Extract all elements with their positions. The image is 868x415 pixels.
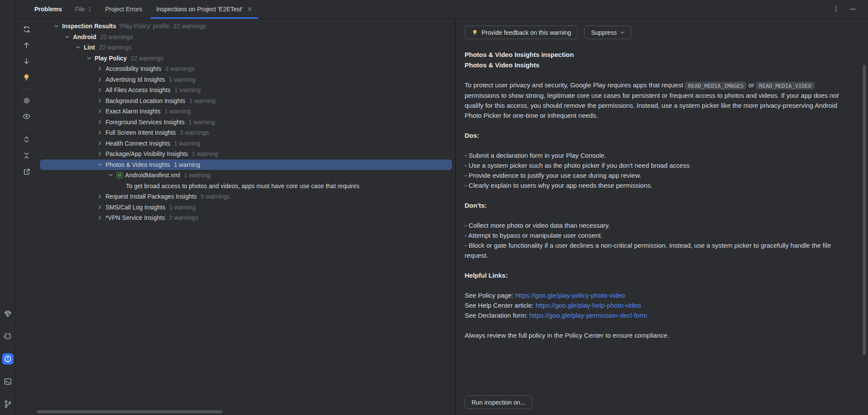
toolbar-separator <box>22 89 31 89</box>
tree-row-count: 1 warning <box>165 108 191 115</box>
horizontal-scrollbar[interactable] <box>37 410 222 413</box>
tree-row-count: 1 warning <box>192 150 218 157</box>
tab-project-errors[interactable]: Project Errors <box>98 0 149 19</box>
tree-row-request-install-packages-insights[interactable]: Request Install Packages Insights 5 warn… <box>40 191 452 202</box>
help-center-link[interactable]: https://goo.gle/play-help-photo-video <box>535 302 641 309</box>
view-options-eye-icon[interactable] <box>20 110 33 123</box>
tree-row-lint[interactable]: Lint 22 warnings <box>40 42 452 53</box>
tree-row-count: 3 warnings <box>165 65 195 72</box>
settings-icon[interactable] <box>20 94 33 106</box>
tree-row-package-app-visibility-insights[interactable]: Package/App Visibility Insights 1 warnin… <box>40 149 452 159</box>
tab-inspections-results[interactable]: Inspections on Project 'E2ETest' <box>149 0 259 19</box>
manifest-file-icon: M <box>116 172 123 179</box>
description-text: or <box>746 81 756 89</box>
next-problem-icon[interactable] <box>20 55 33 67</box>
terminal-icon[interactable] <box>2 376 13 387</box>
more-options-icon[interactable] <box>832 6 839 13</box>
collapse-all-icon[interactable] <box>20 149 33 162</box>
hide-tool-window-icon[interactable] <box>849 5 857 13</box>
chevron-right-icon[interactable] <box>96 88 103 92</box>
tree-row-androidmanifest-xml[interactable]: M AndroidManifest.xml 1 warning <box>40 170 452 181</box>
cat-icon[interactable] <box>2 331 13 342</box>
quick-fix-bulb-icon[interactable] <box>20 71 33 83</box>
declaration-form-link[interactable]: https://goo.gle/play-permission-decl-for… <box>529 312 647 319</box>
tree-row-count: 22 warnings <box>131 55 164 62</box>
tree-row-label: All Files Access Insights <box>106 86 170 93</box>
chevron-down-icon[interactable] <box>107 173 114 177</box>
warning-message-text: To get broad access to photos and videos… <box>126 183 360 189</box>
tree-row-label: Exact Alarm Insights <box>106 108 161 115</box>
gem-icon[interactable] <box>2 308 13 319</box>
problems-icon[interactable] <box>2 353 13 365</box>
tree-row-label: Request Install Packages Insights <box>106 193 197 200</box>
tree-row-foreground-services-insights[interactable]: Foreground Services Insights 1 warning <box>40 117 452 128</box>
tree-row-label: Foreground Services Insights <box>106 119 185 126</box>
chevron-right-icon[interactable] <box>96 216 103 220</box>
chevron-right-icon[interactable] <box>96 194 103 199</box>
chevron-down-icon[interactable] <box>96 163 103 167</box>
chevron-right-icon[interactable] <box>96 99 103 103</box>
link-line: See Declaration form: https://goo.gle/pl… <box>465 310 849 320</box>
provide-feedback-button[interactable]: Provide feedback on this warning <box>465 26 578 39</box>
tree-row-sms-call-log-insights[interactable]: SMS/Call Log Insights 1 warning <box>40 202 452 213</box>
tree-row-accessibility-insights[interactable]: Accessibility Insights 3 warnings <box>40 63 452 74</box>
chevron-right-icon[interactable] <box>96 152 103 156</box>
permission-chip-read-media-video: READ_MEDIA_VIDEO <box>756 82 814 90</box>
close-tab-icon[interactable] <box>247 7 252 12</box>
tree-row-full-screen-intent-insights[interactable]: Full Screen Intent Insights 3 warnings <box>40 127 452 138</box>
chevron-down-icon[interactable] <box>86 56 92 60</box>
chevron-right-icon[interactable] <box>96 109 103 113</box>
expand-all-icon[interactable] <box>20 133 33 146</box>
chevron-down-icon[interactable] <box>53 24 60 28</box>
tree-row-count: 1 warning <box>189 97 216 104</box>
chevron-right-icon[interactable] <box>96 205 103 209</box>
chevron-right-icon[interactable] <box>96 141 103 146</box>
tree-row-count: 1 warning <box>188 119 215 126</box>
policy-page-link[interactable]: https://goo.gle/play-policy-photo-video <box>515 292 625 299</box>
inspection-title: Photos & Video Insights inspection <box>465 50 849 60</box>
chevron-down-icon[interactable] <box>75 45 82 50</box>
tree-row-exact-alarm-insights[interactable]: Exact Alarm Insights 1 warning <box>40 106 452 117</box>
chevron-down-icon[interactable] <box>64 35 71 39</box>
git-branch-icon[interactable] <box>2 398 13 410</box>
run-inspection-button[interactable]: Run inspection on... <box>465 395 532 409</box>
tree-row-label: Lint <box>84 44 95 51</box>
dos-heading: Dos: <box>465 130 849 140</box>
tree-row-all-files-access-insights[interactable]: All Files Access Insights 1 warning <box>40 85 452 96</box>
tree-row-count: 22 warnings <box>99 44 132 51</box>
dos-list: - Submit a declaration form in your Play… <box>465 150 849 190</box>
tree-row-inspection-results[interactable]: Inspection Results 'Play Policy' profile… <box>40 21 452 32</box>
vertical-scrollbar[interactable] <box>863 65 866 355</box>
chevron-right-icon[interactable] <box>96 66 103 71</box>
tree-row-android[interactable]: Android 22 warnings <box>40 32 452 43</box>
tree-row-profile: 'Play Policy' profile <box>119 23 169 30</box>
tree-row-play-policy[interactable]: Play Policy 22 warnings <box>40 53 452 64</box>
rerun-inspection-icon[interactable] <box>20 23 33 35</box>
tree-row-advertising-id-insights[interactable]: Advertising Id Insights 1 warning <box>40 74 452 85</box>
policy-footer-note: Always review the full policy in the Pol… <box>465 330 849 340</box>
inspection-results-tree: Inspection Results 'Play Policy' profile… <box>37 19 455 415</box>
tree-row-vpn-service-insights[interactable]: *VPN Service Insights 2 warnings <box>40 212 452 223</box>
tab-file[interactable]: File 1 <box>68 0 98 19</box>
tree-row-background-location-insights[interactable]: Background Location Insights 1 warning <box>40 96 452 106</box>
previous-problem-icon[interactable] <box>20 39 33 51</box>
chevron-right-icon[interactable] <box>96 120 103 124</box>
inspection-detail-panel: Provide feedback on this warning Suppres… <box>455 19 868 415</box>
chevron-right-icon[interactable] <box>96 130 103 135</box>
chevron-right-icon[interactable] <box>96 77 103 82</box>
donts-heading: Don'ts: <box>465 200 849 210</box>
tree-row-photos-video-insights[interactable]: Photos & Video Insights 1 warning <box>40 159 452 170</box>
export-icon[interactable] <box>20 166 33 178</box>
tool-window-title: Problems <box>28 6 68 13</box>
problems-tool-window: Problems File 1 Project Errors Inspectio… <box>0 0 868 415</box>
description-text: qualify for this access, you should remo… <box>465 102 837 119</box>
activity-bar <box>0 0 16 415</box>
tree-row-warning-message[interactable]: To get broad access to photos and videos… <box>40 181 452 192</box>
suppress-button[interactable]: Suppress <box>584 26 631 39</box>
tree-row-health-connect-insights[interactable]: Health Connect Insights 1 warning <box>40 138 452 149</box>
link-prefix: See Declaration form: <box>465 312 529 319</box>
donts-item: - Block or gate functionality if a user … <box>465 240 849 260</box>
description-text: To protect user privacy and security, Go… <box>465 81 685 89</box>
tree-row-label: *VPN Service Insights <box>106 214 165 221</box>
tree-row-count: 5 warnings <box>201 193 230 200</box>
